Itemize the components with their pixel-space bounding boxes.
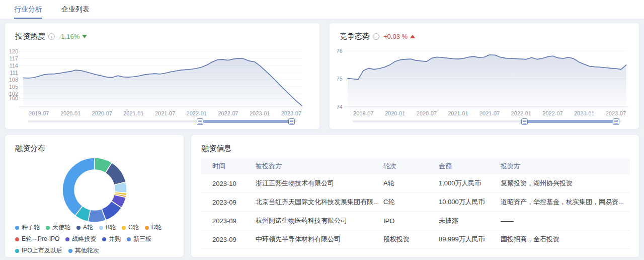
svg-text:120: 120 bbox=[9, 48, 18, 54]
legend-label: 种子轮 bbox=[22, 223, 40, 232]
legend-label: 并购 bbox=[109, 235, 121, 243]
tab-industry-analysis[interactable]: 行业分析 bbox=[14, 0, 42, 19]
funding-table-wrap: 时间被投资方轮次金额投资方 2023-10浙江正熙生物技术有限公司A轮1,000… bbox=[201, 158, 630, 249]
legend-dot-icon bbox=[76, 226, 80, 230]
investment-heat-card: 投资热度 i -1.16% 12011711411110810510210020… bbox=[5, 23, 319, 129]
legend-item[interactable]: E轮～Pre-IPO bbox=[15, 235, 59, 243]
legend-label: C轮 bbox=[128, 223, 139, 232]
table-cell-amount: 未披露 bbox=[439, 212, 501, 230]
legend-label: A轮 bbox=[83, 223, 93, 232]
legend-dot-icon bbox=[15, 237, 19, 241]
table-header-cell: 时间 bbox=[201, 158, 256, 174]
table-header-cell: 金额 bbox=[439, 158, 501, 174]
legend-label: 天使轮 bbox=[52, 223, 70, 232]
svg-text:2021-07: 2021-07 bbox=[155, 110, 175, 116]
svg-text:2020-01: 2020-01 bbox=[385, 110, 405, 116]
svg-text:2021-01: 2021-01 bbox=[448, 110, 468, 116]
legend-dot-icon bbox=[46, 226, 50, 230]
legend-label: 战略投资 bbox=[72, 235, 96, 243]
legend-dot-icon bbox=[145, 226, 149, 230]
svg-text:108: 108 bbox=[9, 77, 18, 83]
svg-text:2023-01: 2023-01 bbox=[574, 110, 594, 116]
legend-label: 新三板 bbox=[133, 235, 151, 243]
legend-dot-icon bbox=[68, 249, 72, 253]
svg-text:2019-07: 2019-07 bbox=[353, 110, 373, 116]
table-cell-time: 2023-10 bbox=[201, 174, 256, 193]
svg-text:2019-07: 2019-07 bbox=[29, 110, 49, 116]
legend-label: E轮～Pre-IPO bbox=[22, 235, 59, 243]
table-header-cell: 被投资方 bbox=[256, 158, 383, 174]
legend-label: 其他轮次 bbox=[75, 246, 99, 255]
table-cell-round: C轮 bbox=[383, 193, 439, 212]
table-row: 2023-10浙江正熙生物技术有限公司A轮1,000万人民币复聚投资，湖州协兴投… bbox=[201, 174, 630, 193]
table-cell-time: 2023-09 bbox=[201, 230, 256, 249]
legend-item[interactable]: B轮 bbox=[99, 223, 116, 232]
funding-info-header: 融资信息 bbox=[191, 135, 639, 153]
legend-dot-icon bbox=[102, 237, 106, 241]
legend-dot-icon bbox=[15, 226, 19, 230]
table-header-cell: 轮次 bbox=[383, 158, 439, 174]
tab-enterprise-list[interactable]: 企业列表 bbox=[61, 0, 90, 19]
legend-item[interactable]: 其他轮次 bbox=[68, 246, 99, 255]
investment-heat-line-chart[interactable]: 1201171141111081051021002019-072020-0120… bbox=[5, 23, 319, 129]
legend-item[interactable]: A轮 bbox=[76, 223, 93, 232]
legend-item[interactable]: 种子轮 bbox=[15, 223, 40, 232]
funding-info-card: 融资信息 时间被投资方轮次金额投资方 2023-10浙江正熙生物技术有限公司A轮… bbox=[191, 135, 639, 257]
table-cell-investee: 中环领先半导体材料有限公司 bbox=[256, 230, 383, 249]
legend-dot-icon bbox=[127, 237, 131, 241]
table-cell-round: A轮 bbox=[383, 174, 439, 193]
table-cell-amount: 10,000万人民币 bbox=[439, 193, 501, 212]
svg-text:76: 76 bbox=[337, 48, 343, 54]
legend-label: IPO上市及以后 bbox=[22, 246, 62, 255]
table-header-cell: 投资方 bbox=[501, 158, 630, 174]
datazoom-selected-range[interactable] bbox=[200, 120, 291, 123]
svg-text:2020-01: 2020-01 bbox=[60, 110, 80, 116]
svg-text:74: 74 bbox=[337, 104, 343, 110]
table-cell-investee: 浙江正熙生物技术有限公司 bbox=[256, 174, 383, 193]
funding-table: 时间被投资方轮次金额投资方 2023-10浙江正熙生物技术有限公司A轮1,000… bbox=[201, 158, 630, 249]
top-tab-bar: 行业分析 企业列表 bbox=[0, 0, 644, 19]
table-cell-time: 2023-09 bbox=[201, 212, 256, 230]
legend-label: B轮 bbox=[106, 223, 116, 232]
svg-text:114: 114 bbox=[9, 62, 18, 69]
table-cell-investee: 杭州阿诺生物医药科技有限公司 bbox=[256, 212, 383, 230]
datazoom-handle-left[interactable] bbox=[521, 118, 528, 125]
svg-text:117: 117 bbox=[9, 55, 18, 61]
legend-item[interactable]: 新三板 bbox=[127, 235, 151, 243]
svg-text:2020-07: 2020-07 bbox=[92, 110, 112, 116]
datazoom-selected-range[interactable] bbox=[524, 120, 616, 123]
legend-dot-icon bbox=[15, 249, 19, 253]
funding-distribution-card: 融资分布 种子轮天使轮A轮B轮C轮D轮E轮～Pre-IPO战略投资并购新三板IP… bbox=[5, 135, 184, 257]
svg-text:2023-07: 2023-07 bbox=[606, 110, 626, 116]
svg-text:2022-07: 2022-07 bbox=[218, 110, 238, 116]
legend-item[interactable]: C轮 bbox=[122, 223, 139, 232]
svg-text:2020-07: 2020-07 bbox=[417, 110, 437, 116]
table-cell-round: IPO bbox=[383, 212, 439, 230]
datazoom-handle-right[interactable] bbox=[288, 118, 295, 125]
svg-text:75: 75 bbox=[337, 76, 343, 82]
table-cell-investors: 复聚投资，湖州协兴投资 bbox=[501, 174, 630, 193]
legend-item[interactable]: D轮 bbox=[145, 223, 162, 232]
datazoom-handle-left[interactable] bbox=[197, 118, 203, 125]
svg-text:2022-01: 2022-01 bbox=[511, 110, 531, 116]
svg-text:2023-07: 2023-07 bbox=[281, 110, 301, 116]
svg-text:100: 100 bbox=[9, 95, 18, 101]
legend-dot-icon bbox=[122, 226, 126, 230]
table-row: 2023-09杭州阿诺生物医药科技有限公司IPO未披露—— bbox=[201, 212, 630, 230]
legend-item[interactable]: 战略投资 bbox=[65, 235, 96, 243]
legend-dot-icon bbox=[99, 226, 103, 230]
svg-text:2021-01: 2021-01 bbox=[123, 110, 143, 116]
legend-item[interactable]: IPO上市及以后 bbox=[15, 246, 62, 255]
competition-card: 竞争态势 i +0.03 % 7675742019-072020-012020-… bbox=[330, 23, 639, 129]
datazoom-handle-right[interactable] bbox=[613, 118, 619, 125]
legend-item[interactable]: 并购 bbox=[102, 235, 121, 243]
donut-slice[interactable] bbox=[62, 158, 95, 216]
funding-info-title: 融资信息 bbox=[201, 144, 231, 153]
donut-legend: 种子轮天使轮A轮B轮C轮D轮E轮～Pre-IPO战略投资并购新三板IPO上市及以… bbox=[12, 222, 177, 256]
table-cell-investors: 国投招商，金石投资 bbox=[501, 230, 630, 249]
legend-item[interactable]: 天使轮 bbox=[46, 223, 70, 232]
table-cell-time: 2023-09 bbox=[201, 193, 256, 212]
competition-line-chart[interactable]: 7675742019-072020-012020-072021-012021-0… bbox=[330, 23, 639, 129]
svg-text:2022-01: 2022-01 bbox=[187, 110, 207, 116]
legend-dot-icon bbox=[65, 237, 69, 241]
